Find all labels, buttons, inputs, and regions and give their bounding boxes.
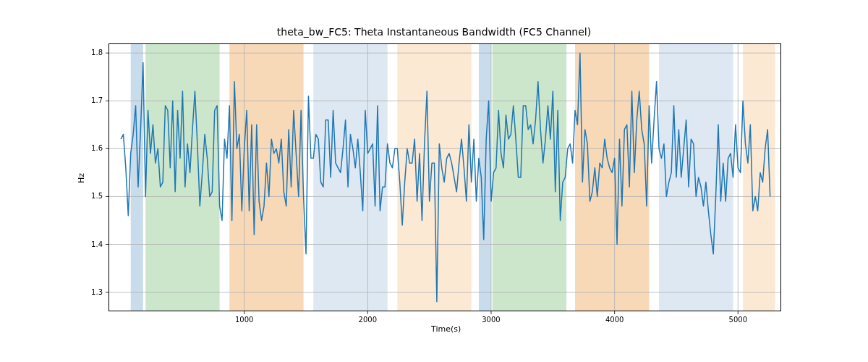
background-band (575, 43, 649, 311)
chart-svg: 100020003000400050001.31.41.51.61.71.8 (0, 0, 868, 362)
x-tick-label: 1000 (235, 316, 253, 324)
y-tick-label: 1.3 (91, 288, 103, 296)
x-tick-label: 2000 (359, 316, 377, 324)
y-tick-label: 1.6 (91, 144, 103, 152)
chart-container: theta_bw_FC5: Theta Instantaneous Bandwi… (0, 0, 868, 362)
background-band (743, 43, 775, 311)
background-bands (131, 43, 775, 311)
x-tick-label: 5000 (729, 316, 747, 324)
y-ticks: 1.31.41.51.61.71.8 (91, 49, 109, 295)
x-tick-label: 4000 (605, 316, 624, 324)
y-tick-label: 1.8 (91, 49, 103, 56)
y-tick-label: 1.7 (91, 96, 103, 104)
x-ticks: 10002000300040005000 (235, 311, 747, 324)
y-tick-label: 1.5 (91, 192, 103, 200)
background-band (131, 43, 143, 311)
x-tick-label: 3000 (482, 316, 500, 324)
y-tick-label: 1.4 (91, 240, 103, 248)
